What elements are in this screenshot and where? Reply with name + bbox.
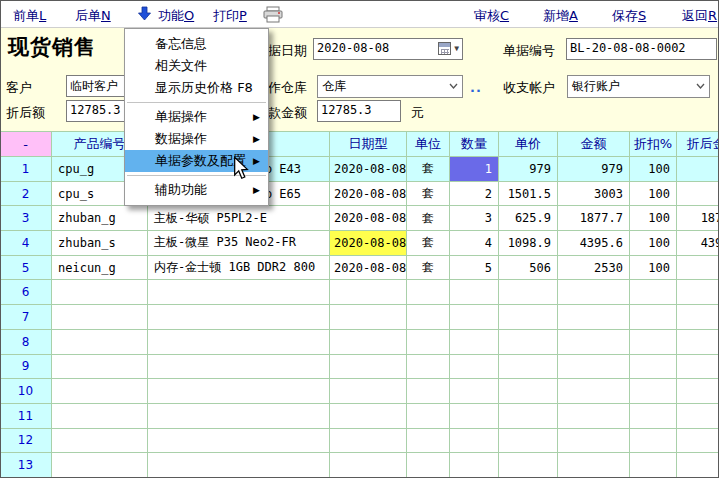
- cell-name[interactable]: [148, 305, 330, 330]
- cell-date[interactable]: [330, 453, 407, 478]
- cell-date[interactable]: [330, 404, 407, 429]
- cell-unit[interactable]: 套: [407, 206, 450, 231]
- cell-after[interactable]: [677, 157, 719, 182]
- menubar-item-C[interactable]: 审核C: [474, 7, 509, 25]
- menubar-item-A[interactable]: 新增A: [543, 7, 578, 25]
- cell-code[interactable]: [52, 355, 148, 380]
- cell-unit[interactable]: [407, 305, 450, 330]
- menubar-item-N[interactable]: 后单N: [75, 7, 111, 25]
- cell-qty[interactable]: 2: [450, 182, 499, 207]
- menubar-item-S[interactable]: 保存S: [612, 7, 646, 25]
- cell-amount[interactable]: [558, 404, 630, 429]
- cell-discount[interactable]: [630, 429, 677, 454]
- cell-code[interactable]: [52, 453, 148, 478]
- cell-amount[interactable]: 4395.6: [558, 231, 630, 256]
- table-row[interactable]: 1cpu_go E432020-08-08套1979979100: [0, 157, 719, 182]
- menu-item[interactable]: 辅助功能▶: [125, 179, 268, 201]
- menubar-item-O[interactable]: 功能O: [158, 7, 194, 25]
- table-row[interactable]: 4zhuban_s主板-微星 P35 Neo2-FR2020-08-08套410…: [0, 231, 719, 256]
- printer-icon[interactable]: [262, 6, 284, 27]
- cell-discount[interactable]: [630, 330, 677, 355]
- cell-after[interactable]: [677, 355, 719, 380]
- cell-after[interactable]: [677, 330, 719, 355]
- table-row[interactable]: 2cpu_so E652020-08-08套21501.53003100: [0, 182, 719, 207]
- cell-name[interactable]: 主板-华硕 P5PL2-E: [148, 206, 330, 231]
- cell-discount[interactable]: [630, 379, 677, 404]
- doc-no-input[interactable]: BL-20-08-08-0002: [566, 38, 717, 60]
- table-row[interactable]: 10: [0, 379, 719, 404]
- cell-amount[interactable]: [558, 280, 630, 305]
- cell-qty[interactable]: 1: [450, 157, 499, 182]
- column-header-price[interactable]: 单价: [499, 132, 558, 157]
- cell-price[interactable]: [499, 330, 558, 355]
- cell-date[interactable]: [330, 355, 407, 380]
- cell-discount[interactable]: 100: [630, 231, 677, 256]
- cell-no[interactable]: 4: [0, 231, 52, 256]
- cell-amount[interactable]: [558, 379, 630, 404]
- column-header-discount[interactable]: 折扣%: [630, 132, 677, 157]
- date-dropdown-icon[interactable]: ▼: [454, 44, 459, 53]
- menu-item[interactable]: 相关文件: [125, 55, 268, 77]
- cell-discount[interactable]: 100: [630, 206, 677, 231]
- cell-qty[interactable]: [450, 453, 499, 478]
- cell-price[interactable]: 506: [499, 256, 558, 281]
- cell-no[interactable]: 11: [0, 404, 52, 429]
- menubar-item-L[interactable]: 前单L: [13, 7, 46, 25]
- cell-amount[interactable]: 2530: [558, 256, 630, 281]
- cell-date[interactable]: 2020-08-08: [330, 206, 407, 231]
- menu-item[interactable]: 显示历史价格 F8: [125, 77, 268, 99]
- cell-unit[interactable]: [407, 453, 450, 478]
- cell-amount[interactable]: 979: [558, 157, 630, 182]
- cell-unit[interactable]: 套: [407, 182, 450, 207]
- cell-discount[interactable]: 100: [630, 256, 677, 281]
- cell-date[interactable]: [330, 280, 407, 305]
- cell-no[interactable]: 12: [0, 429, 52, 454]
- column-header-after[interactable]: 折后金额: [677, 132, 719, 157]
- cell-unit[interactable]: [407, 429, 450, 454]
- cell-date[interactable]: [330, 330, 407, 355]
- cell-code[interactable]: [52, 280, 148, 305]
- doc-date-input[interactable]: 2020-08-08 ▼: [313, 38, 463, 60]
- cell-qty[interactable]: [450, 404, 499, 429]
- cell-unit[interactable]: [407, 330, 450, 355]
- cell-unit[interactable]: 套: [407, 256, 450, 281]
- cell-no[interactable]: 8: [0, 330, 52, 355]
- payment-input[interactable]: 12785.3: [317, 100, 401, 122]
- cell-qty[interactable]: [450, 305, 499, 330]
- cell-discount[interactable]: [630, 404, 677, 429]
- cell-price[interactable]: [499, 305, 558, 330]
- cell-discount[interactable]: 100: [630, 182, 677, 207]
- customer-input[interactable]: 临时客户: [66, 75, 126, 97]
- warehouse-combo[interactable]: 仓库: [317, 75, 463, 98]
- column-header-amount[interactable]: 金额: [558, 132, 630, 157]
- cell-amount[interactable]: [558, 305, 630, 330]
- cell-qty[interactable]: 3: [450, 206, 499, 231]
- cell-date[interactable]: [330, 305, 407, 330]
- cell-code[interactable]: [52, 379, 148, 404]
- cell-date[interactable]: 2020-08-08: [330, 256, 407, 281]
- column-header-qty[interactable]: 数量: [450, 132, 499, 157]
- menubar-item-R[interactable]: 返回R: [682, 7, 717, 25]
- menu-item[interactable]: 数据操作▶: [125, 128, 268, 150]
- cell-name[interactable]: [148, 429, 330, 454]
- cell-no[interactable]: 7: [0, 305, 52, 330]
- cell-code[interactable]: zhuban_s: [52, 231, 148, 256]
- cell-after[interactable]: [677, 280, 719, 305]
- cell-price[interactable]: [499, 280, 558, 305]
- column-header-date[interactable]: 日期型: [330, 132, 407, 157]
- cell-price[interactable]: [499, 453, 558, 478]
- column-header-no[interactable]: -: [0, 132, 52, 157]
- cell-amount[interactable]: [558, 330, 630, 355]
- column-header-unit[interactable]: 单位: [407, 132, 450, 157]
- cell-unit[interactable]: [407, 379, 450, 404]
- cell-no[interactable]: 1: [0, 157, 52, 182]
- cell-amount[interactable]: [558, 355, 630, 380]
- cell-price[interactable]: [499, 379, 558, 404]
- cell-unit[interactable]: [407, 355, 450, 380]
- calendar-icon[interactable]: [438, 42, 451, 55]
- cell-name[interactable]: [148, 379, 330, 404]
- cell-after[interactable]: 4395.6: [677, 231, 719, 256]
- table-row[interactable]: 6: [0, 280, 719, 305]
- cell-no[interactable]: 13: [0, 453, 52, 478]
- cell-amount[interactable]: [558, 453, 630, 478]
